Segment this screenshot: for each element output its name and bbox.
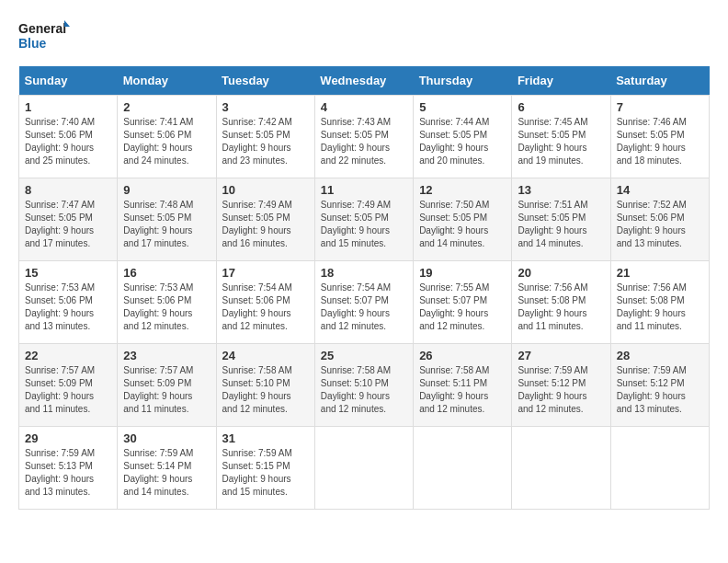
calendar-cell: 31Sunrise: 7:59 AMSunset: 5:15 PMDayligh… xyxy=(216,427,314,510)
day-info: Sunrise: 7:44 AMSunset: 5:05 PMDaylight:… xyxy=(419,116,506,167)
day-info: Sunrise: 7:52 AMSunset: 5:06 PMDaylight:… xyxy=(617,199,703,250)
weekday-header-wednesday: Wednesday xyxy=(314,66,413,96)
svg-text:Blue: Blue xyxy=(18,36,47,51)
day-number: 18 xyxy=(321,266,407,280)
day-number: 9 xyxy=(123,183,210,197)
day-number: 29 xyxy=(25,431,111,445)
day-number: 19 xyxy=(419,266,506,280)
weekday-header-saturday: Saturday xyxy=(610,66,709,96)
day-number: 21 xyxy=(617,266,703,280)
day-number: 28 xyxy=(617,349,703,362)
day-info: Sunrise: 7:54 AMSunset: 5:07 PMDaylight:… xyxy=(321,282,407,333)
day-number: 10 xyxy=(222,183,309,197)
week-row-2: 8Sunrise: 7:47 AMSunset: 5:05 PMDaylight… xyxy=(19,178,710,261)
calendar-cell: 5Sunrise: 7:44 AMSunset: 5:05 PMDaylight… xyxy=(414,96,512,178)
day-info: Sunrise: 7:57 AMSunset: 5:09 PMDaylight:… xyxy=(25,364,111,416)
day-info: Sunrise: 7:59 AMSunset: 5:15 PMDaylight:… xyxy=(222,447,309,499)
day-info: Sunrise: 7:50 AMSunset: 5:05 PMDaylight:… xyxy=(419,199,506,250)
calendar-cell: 2Sunrise: 7:41 AMSunset: 5:06 PMDaylight… xyxy=(118,96,216,178)
week-row-5: 29Sunrise: 7:59 AMSunset: 5:13 PMDayligh… xyxy=(19,427,710,510)
day-number: 26 xyxy=(419,349,506,362)
calendar-cell: 6Sunrise: 7:45 AMSunset: 5:05 PMDaylight… xyxy=(512,96,610,178)
day-info: Sunrise: 7:48 AMSunset: 5:05 PMDaylight:… xyxy=(123,199,210,250)
calendar-cell: 13Sunrise: 7:51 AMSunset: 5:05 PMDayligh… xyxy=(512,178,610,261)
svg-text:General: General xyxy=(18,21,66,36)
week-row-1: 1Sunrise: 7:40 AMSunset: 5:06 PMDaylight… xyxy=(19,96,710,178)
day-info: Sunrise: 7:45 AMSunset: 5:05 PMDaylight:… xyxy=(518,116,604,167)
calendar-cell: 12Sunrise: 7:50 AMSunset: 5:05 PMDayligh… xyxy=(414,178,512,261)
day-number: 6 xyxy=(518,100,604,114)
day-number: 24 xyxy=(222,349,309,362)
week-row-4: 22Sunrise: 7:57 AMSunset: 5:09 PMDayligh… xyxy=(19,344,710,427)
day-info: Sunrise: 7:51 AMSunset: 5:05 PMDaylight:… xyxy=(518,199,604,250)
calendar-cell: 3Sunrise: 7:42 AMSunset: 5:05 PMDaylight… xyxy=(216,96,314,178)
calendar-cell: 25Sunrise: 7:58 AMSunset: 5:10 PMDayligh… xyxy=(314,344,413,427)
calendar-cell: 15Sunrise: 7:53 AMSunset: 5:06 PMDayligh… xyxy=(19,261,118,344)
day-number: 15 xyxy=(25,266,111,280)
day-info: Sunrise: 7:56 AMSunset: 5:08 PMDaylight:… xyxy=(518,282,604,333)
day-number: 13 xyxy=(518,183,604,197)
calendar-cell: 30Sunrise: 7:59 AMSunset: 5:14 PMDayligh… xyxy=(118,427,216,510)
day-info: Sunrise: 7:58 AMSunset: 5:10 PMDaylight:… xyxy=(321,364,407,416)
weekday-header-row: SundayMondayTuesdayWednesdayThursdayFrid… xyxy=(19,66,710,96)
day-number: 5 xyxy=(419,100,506,114)
day-number: 7 xyxy=(617,100,703,114)
day-number: 2 xyxy=(123,100,210,114)
day-info: Sunrise: 7:46 AMSunset: 5:05 PMDaylight:… xyxy=(617,116,703,167)
calendar-cell xyxy=(512,427,610,510)
calendar-cell: 23Sunrise: 7:57 AMSunset: 5:09 PMDayligh… xyxy=(118,344,216,427)
day-info: Sunrise: 7:59 AMSunset: 5:13 PMDaylight:… xyxy=(25,447,111,499)
calendar-cell xyxy=(610,427,709,510)
day-number: 3 xyxy=(222,100,309,114)
day-number: 22 xyxy=(25,349,111,362)
weekday-header-thursday: Thursday xyxy=(414,66,512,96)
calendar-cell: 18Sunrise: 7:54 AMSunset: 5:07 PMDayligh… xyxy=(314,261,413,344)
day-info: Sunrise: 7:55 AMSunset: 5:07 PMDaylight:… xyxy=(419,282,506,333)
day-info: Sunrise: 7:49 AMSunset: 5:05 PMDaylight:… xyxy=(321,199,407,250)
calendar-table: SundayMondayTuesdayWednesdayThursdayFrid… xyxy=(18,66,710,510)
day-info: Sunrise: 7:59 AMSunset: 5:14 PMDaylight:… xyxy=(123,447,210,499)
calendar-cell: 4Sunrise: 7:43 AMSunset: 5:05 PMDaylight… xyxy=(314,96,413,178)
calendar-cell: 28Sunrise: 7:59 AMSunset: 5:12 PMDayligh… xyxy=(610,344,709,427)
calendar-cell: 19Sunrise: 7:55 AMSunset: 5:07 PMDayligh… xyxy=(414,261,512,344)
day-number: 16 xyxy=(123,266,210,280)
calendar-cell: 21Sunrise: 7:56 AMSunset: 5:08 PMDayligh… xyxy=(610,261,709,344)
logo: General Blue xyxy=(18,18,70,57)
page-header: General Blue xyxy=(18,18,710,57)
calendar-cell: 17Sunrise: 7:54 AMSunset: 5:06 PMDayligh… xyxy=(216,261,314,344)
day-info: Sunrise: 7:59 AMSunset: 5:12 PMDaylight:… xyxy=(617,364,703,416)
calendar-cell: 26Sunrise: 7:58 AMSunset: 5:11 PMDayligh… xyxy=(414,344,512,427)
day-number: 14 xyxy=(617,183,703,197)
calendar-cell: 24Sunrise: 7:58 AMSunset: 5:10 PMDayligh… xyxy=(216,344,314,427)
day-info: Sunrise: 7:49 AMSunset: 5:05 PMDaylight:… xyxy=(222,199,309,250)
week-row-3: 15Sunrise: 7:53 AMSunset: 5:06 PMDayligh… xyxy=(19,261,710,344)
weekday-header-friday: Friday xyxy=(512,66,610,96)
day-info: Sunrise: 7:59 AMSunset: 5:12 PMDaylight:… xyxy=(518,364,604,416)
day-number: 25 xyxy=(321,349,407,362)
weekday-header-monday: Monday xyxy=(118,66,216,96)
day-number: 11 xyxy=(321,183,407,197)
weekday-header-sunday: Sunday xyxy=(19,66,118,96)
day-info: Sunrise: 7:40 AMSunset: 5:06 PMDaylight:… xyxy=(25,116,111,167)
day-number: 1 xyxy=(25,100,111,114)
day-info: Sunrise: 7:43 AMSunset: 5:05 PMDaylight:… xyxy=(321,116,407,167)
calendar-cell: 10Sunrise: 7:49 AMSunset: 5:05 PMDayligh… xyxy=(216,178,314,261)
day-info: Sunrise: 7:41 AMSunset: 5:06 PMDaylight:… xyxy=(123,116,210,167)
day-number: 23 xyxy=(123,349,210,362)
weekday-header-tuesday: Tuesday xyxy=(216,66,314,96)
day-number: 20 xyxy=(518,266,604,280)
calendar-cell: 1Sunrise: 7:40 AMSunset: 5:06 PMDaylight… xyxy=(19,96,118,178)
day-info: Sunrise: 7:58 AMSunset: 5:10 PMDaylight:… xyxy=(222,364,309,416)
day-info: Sunrise: 7:53 AMSunset: 5:06 PMDaylight:… xyxy=(25,282,111,333)
logo-svg: General Blue xyxy=(18,18,70,57)
calendar-cell: 20Sunrise: 7:56 AMSunset: 5:08 PMDayligh… xyxy=(512,261,610,344)
day-info: Sunrise: 7:54 AMSunset: 5:06 PMDaylight:… xyxy=(222,282,309,333)
day-info: Sunrise: 7:58 AMSunset: 5:11 PMDaylight:… xyxy=(419,364,506,416)
calendar-cell: 8Sunrise: 7:47 AMSunset: 5:05 PMDaylight… xyxy=(19,178,118,261)
calendar-cell: 22Sunrise: 7:57 AMSunset: 5:09 PMDayligh… xyxy=(19,344,118,427)
calendar-cell: 14Sunrise: 7:52 AMSunset: 5:06 PMDayligh… xyxy=(610,178,709,261)
day-info: Sunrise: 7:47 AMSunset: 5:05 PMDaylight:… xyxy=(25,199,111,250)
day-number: 8 xyxy=(25,183,111,197)
calendar-cell: 27Sunrise: 7:59 AMSunset: 5:12 PMDayligh… xyxy=(512,344,610,427)
calendar-cell xyxy=(314,427,413,510)
